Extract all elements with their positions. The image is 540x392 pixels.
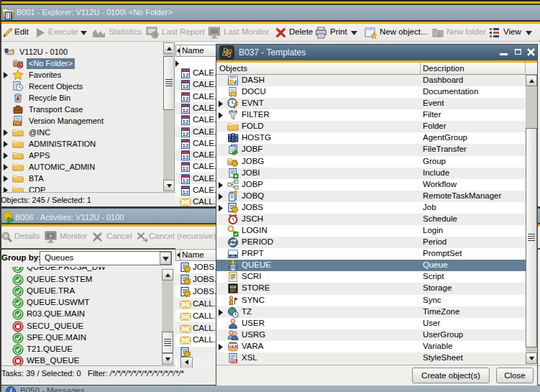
svg-text:i: i xyxy=(10,388,12,392)
svg-text:VAR: VAR xyxy=(228,344,238,349)
svg-text:UCS: UCS xyxy=(13,122,22,126)
svg-text:ECC: ECC xyxy=(230,76,236,79)
svg-text:101: 101 xyxy=(230,288,237,293)
svg-text:abc: abc xyxy=(231,254,235,257)
svg-text:XSL: XSL xyxy=(231,360,237,363)
